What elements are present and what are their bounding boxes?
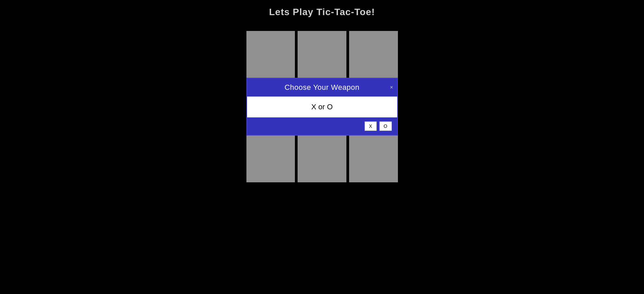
modal-body-text: X or O xyxy=(311,103,333,111)
cell-8[interactable] xyxy=(349,134,398,182)
cell-1[interactable] xyxy=(298,31,346,80)
modal-header: Choose Your Weapon × xyxy=(247,78,397,97)
cell-7[interactable] xyxy=(298,134,346,182)
cell-2[interactable] xyxy=(349,31,398,80)
modal-body: X or O xyxy=(247,97,397,117)
choose-x-button[interactable]: X xyxy=(365,121,377,131)
choose-o-button[interactable]: O xyxy=(379,121,392,131)
modal-title: Choose Your Weapon xyxy=(284,83,360,92)
cell-0[interactable] xyxy=(246,31,295,80)
page-title: Lets Play Tic-Tac-Toe! xyxy=(269,7,375,17)
modal-footer: X O xyxy=(247,117,397,135)
modal-close-button[interactable]: × xyxy=(390,85,393,90)
game-area: Choose Your Weapon × X or O X O xyxy=(246,31,398,182)
weapon-choice-modal: Choose Your Weapon × X or O X O xyxy=(246,78,398,136)
cell-6[interactable] xyxy=(246,134,295,182)
